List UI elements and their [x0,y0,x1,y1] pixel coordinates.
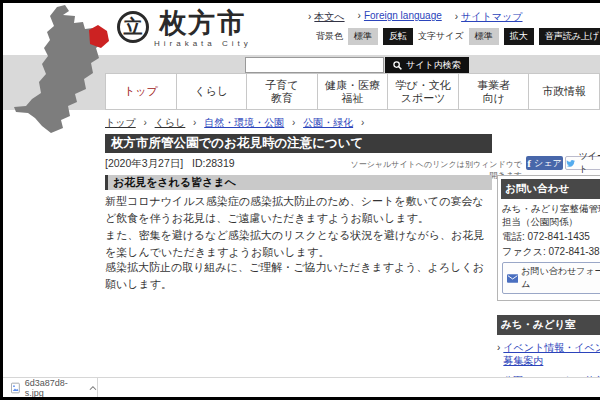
mail-icon [507,274,518,283]
nav-jigyosha[interactable]: 事業者 向け [458,73,530,110]
contact-heading: お問い合わせ [501,179,600,199]
breadcrumb-separator: › [361,117,364,128]
contact-fax: ファクス: 072-841-3830 [502,245,600,258]
site-logo[interactable]: 立 枚方市 Hirakata City [117,8,252,48]
link-sitemap[interactable]: サイトマップ [461,11,522,22]
nav-kosodate-kyoiku[interactable]: 子育て 教育 [246,73,318,110]
article-paragraph: また、密集を避けるなど感染拡大のリスクとなる状況を避けながら、お花見を楽しんでい… [105,227,493,260]
nav-kenko-iryo-fukushi[interactable]: 健康・医療 福祉 [317,73,389,110]
breadcrumb-kurashi[interactable]: くらし [155,117,186,128]
breadcrumb-separator: › [143,117,146,128]
article-date: [2020年3月27日] [105,157,183,169]
link-arrow-icon: › [455,11,458,22]
article-paragraph: 感染拡大防止の取り組みに、ご理解・ご協力いただきますよう、よろしくお願いします。 [105,259,493,292]
osaka-map-graphic [5,3,117,137]
page-title: 枚方市所管公園でのお花見時の注意について [105,134,492,153]
accessibility-controls: 背景色 標準 反転 文字サイズ 標準 拡大 音声読み上げ [316,28,600,45]
facebook-share-button[interactable]: f シェア [526,156,563,170]
webpage: 立 枚方市 Hirakata City ›本文へ ›Foreign langua… [3,3,600,397]
font-size-label: 文字サイズ [418,30,464,43]
article-paragraph: 新型コロナウイルス感染症の感染拡大防止のため、シートを敷いての宴会など飲食を伴う… [105,193,493,226]
search-icon [393,61,402,70]
link-to-main-text[interactable]: 本文へ [314,11,344,22]
breadcrumb-shizen-kankyo-koen[interactable]: 自然・環境・公園 [204,117,284,128]
browser-window: 立 枚方市 Hirakata City ›本文へ ›Foreign langua… [0,0,600,400]
sidebar: お問い合わせ みち・みどり室整備管理担当（公園関係） 電話: 072-841-1… [497,175,600,397]
contact-department: みち・みどり室整備管理担当（公園関係） [502,202,600,228]
sidebar-section-heading: みち・みどり室 [497,315,600,335]
site-search-input[interactable] [245,57,384,73]
breadcrumb-koen-ryokka[interactable]: 公園・緑化 [303,117,353,128]
breadcrumb-separator: › [292,117,295,128]
download-item[interactable]: 6d3a87d8-s.jpg [3,378,98,397]
sidebar-link-event-info[interactable]: イベント情報・イベント募集案内 [503,341,600,367]
bg-color-label: 背景色 [316,30,343,43]
font-standard-button[interactable]: 標準 [469,28,499,45]
link-arrow-icon: › [497,341,500,367]
list-item: ›イベント情報・イベント募集案内 [497,341,600,367]
contact-box: お問い合わせ みち・みどり室整備管理担当（公園関係） 電話: 072-841-1… [497,175,600,301]
nav-shisei-joho[interactable]: 市政情報 [528,73,600,110]
city-emblem-icon: 立 [117,11,149,43]
site-search-button[interactable]: サイト内検索 [385,57,469,74]
image-file-icon [11,382,20,394]
bg-standard-button[interactable]: 標準 [348,28,378,45]
link-arrow-icon: › [308,11,311,22]
breadcrumb: トップ › くらし › 自然・環境・公園 › 公園・緑化 › [105,116,369,130]
font-large-button[interactable]: 拡大 [504,28,534,45]
text-to-speech-button[interactable]: 音声読み上げ [539,28,600,45]
section-heading: お花見をされる皆さまへ [105,175,492,190]
city-name-en: Hirakata City [154,39,252,48]
contact-tel: 電話: 072-841-1435 [502,230,600,243]
facebook-icon: f [527,157,531,169]
breadcrumb-separator: › [193,117,196,128]
nav-kurashi[interactable]: くらし [176,73,248,110]
download-filename: 6d3a87d8-s.jpg [25,378,79,398]
twitter-share-button[interactable]: ツイート [565,156,600,170]
city-name: 枚方市 [154,8,252,38]
link-foreign-language[interactable]: Foreign language [364,10,442,21]
bg-invert-button[interactable]: 反転 [383,28,413,45]
chevron-up-icon[interactable] [89,385,97,391]
nav-manabi-bunka-sports[interactable]: 学び・文化 スポーツ [387,73,459,110]
download-bar: 6d3a87d8-s.jpg [3,377,600,397]
contact-form-button[interactable]: お問い合わせフォーム [502,262,600,294]
link-arrow-icon: › [358,10,361,21]
hirakata-region-highlight [89,25,109,48]
utility-links: ›本文へ ›Foreign language ›サイトマップ [308,10,523,24]
article-id: ID:28319 [192,157,235,169]
twitter-bird-icon [566,159,576,168]
global-nav: トップ くらし 子育て 教育 健康・医療 福祉 学び・文化 スポーツ 事業者 向… [105,73,600,110]
article-meta: [2020年3月27日] ID:28319 [105,157,235,171]
